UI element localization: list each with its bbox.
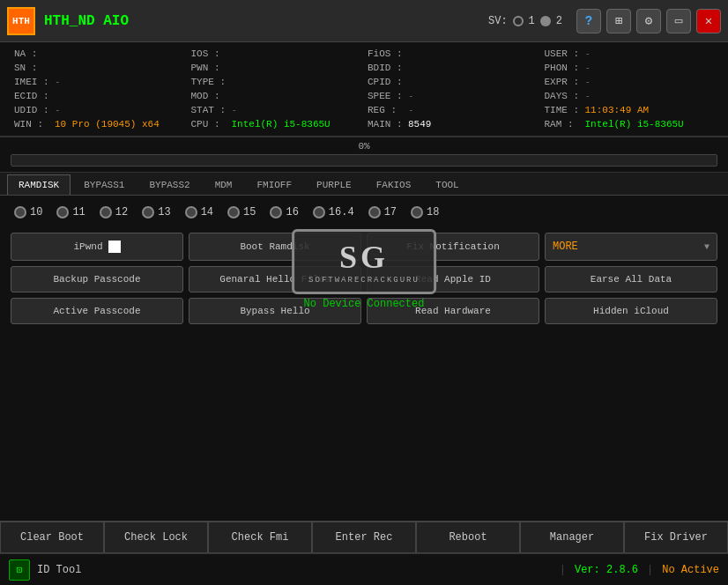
read-apple-id-button[interactable]: Read Apple ID [367, 266, 539, 292]
tab-mdm[interactable]: MDM [204, 174, 244, 195]
radio-10[interactable] [14, 206, 26, 218]
ios-label-14: 14 [201, 206, 213, 218]
read-hardware-button[interactable]: Read Hardware [367, 298, 539, 324]
check-fmi-button[interactable]: Check Fmi [208, 522, 312, 553]
tab-bypass1[interactable]: BYPASS1 [72, 174, 136, 195]
stat-value: - [232, 105, 238, 115]
reg-cell: REG : - [364, 104, 541, 116]
tabs-area: RAMDISK BYPASS1 BYPASS2 MDM FMIOFF PURPL… [0, 174, 728, 196]
close-button[interactable]: ✕ [696, 9, 721, 33]
ecid-cell: ECID : [11, 90, 188, 102]
bdid-label: BDID : [368, 63, 405, 73]
hidden-icloud-button[interactable]: Hidden iCloud [545, 298, 717, 324]
more-dropdown[interactable]: MORE ▼ [545, 233, 717, 261]
ios-option-14[interactable]: 14 [185, 206, 213, 218]
read-hardware-label: Read Hardware [415, 306, 491, 316]
backup-passcode-button[interactable]: Backup Passcode [11, 266, 183, 292]
radio-17[interactable] [368, 206, 381, 218]
manager-button[interactable]: Manager [520, 522, 624, 553]
type-label: TYPE : [191, 77, 228, 87]
ipwnd-button[interactable]: iPwnd [11, 233, 183, 261]
title-bar: HTH HTH_ND AIO SV: 1 2 ? ⊞ ⚙ ▭ ✕ [0, 0, 728, 42]
phon-label: PHON : [545, 63, 582, 73]
button-grid: iPwnd Boot Ramdisk Fix Notification MORE… [7, 229, 721, 328]
ios-option-10[interactable]: 10 [14, 206, 42, 218]
radio-13[interactable] [142, 206, 154, 218]
ios-option-16[interactable]: 16 [270, 206, 298, 218]
win-label: WIN : [14, 119, 51, 130]
app-title: HTH_ND AIO [44, 13, 488, 29]
phon-value: - [585, 63, 591, 73]
time-value: 11:03:49 AM [585, 105, 650, 115]
win-value: 10 Pro (19045) x64 [55, 119, 160, 130]
tab-ramdisk[interactable]: RAMDISK [7, 174, 71, 195]
ios-option-15[interactable]: 15 [227, 206, 256, 218]
radio-16[interactable] [270, 206, 282, 218]
read-apple-id-label: Read Apple ID [415, 274, 491, 285]
time-label: TIME : [545, 105, 582, 115]
ecid-label: ECID : [14, 91, 51, 101]
mod-label: MOD : [191, 91, 228, 101]
na-cell: NA : [11, 48, 188, 60]
monitor-button[interactable]: ▭ [666, 9, 691, 33]
radio-18[interactable] [411, 206, 423, 218]
info-panel: NA : IOS : FiOS : USER : - SN : PWN : [0, 42, 728, 137]
phon-cell: PHON : - [541, 62, 718, 74]
na-label: NA : [14, 48, 51, 59]
pwn-cell: PWN : [188, 62, 365, 74]
boot-ramdisk-button[interactable]: Boot Ramdisk [189, 233, 361, 261]
bypass-hello-button[interactable]: Bypass Hello [189, 298, 361, 324]
radio-164[interactable] [313, 206, 325, 218]
cpid-label: CPID : [368, 77, 405, 87]
tab-fmioff[interactable]: FMIOFF [245, 174, 303, 195]
user-cell: USER : - [541, 48, 718, 60]
reg-value: - [408, 105, 414, 115]
progress-label: 0% [11, 141, 717, 152]
settings-button[interactable]: ⚙ [636, 9, 661, 33]
ios-option-18[interactable]: 18 [411, 206, 439, 218]
tab-fakios[interactable]: FAKIOS [365, 174, 423, 195]
enter-rec-button[interactable]: Enter Rec [312, 522, 416, 553]
clear-boot-label: Clear Boot [20, 531, 84, 544]
active-passcode-button[interactable]: Active Passcode [11, 298, 183, 324]
ios-label-164: 16.4 [329, 206, 354, 218]
radio-14[interactable] [185, 206, 197, 218]
tab-purple[interactable]: PURPLE [305, 174, 363, 195]
general-hello-button[interactable]: Genaral Hello Files [189, 266, 361, 292]
hidden-icloud-label: Hidden iCloud [593, 306, 669, 316]
ios-label-12: 12 [115, 206, 128, 218]
app-logo: HTH [7, 7, 35, 35]
boot-ramdisk-label: Boot Ramdisk [240, 241, 309, 252]
ipwnd-icon [108, 241, 121, 253]
imei-cell: IMEI : - [11, 76, 188, 88]
ios-option-164[interactable]: 16.4 [313, 206, 354, 218]
ios-label-10: 10 [30, 206, 42, 218]
reg-label: REG : [368, 105, 405, 115]
radio-12[interactable] [100, 206, 112, 218]
tab-tool[interactable]: TOOL [424, 174, 470, 195]
reboot-label: Reboot [449, 531, 487, 544]
ios-label-17: 17 [384, 206, 397, 218]
windows-icon-button[interactable]: ⊞ [606, 9, 631, 33]
fios-label: FiOS : [368, 48, 405, 59]
ios-option-11[interactable]: 11 [56, 206, 85, 218]
fix-driver-button[interactable]: Fix Driver [624, 522, 728, 553]
help-button[interactable]: ? [576, 9, 601, 33]
reboot-button[interactable]: Reboot [416, 522, 520, 553]
udid-cell: UDID : - [11, 104, 188, 116]
status-icon: ⊡ [9, 559, 30, 581]
ios-option-17[interactable]: 17 [368, 206, 397, 218]
check-lock-button[interactable]: Check Lock [104, 522, 208, 553]
mod-cell: MOD : [188, 90, 365, 102]
ipwnd-label: iPwnd [73, 241, 102, 252]
spee-cell: SPEE : - [364, 90, 541, 102]
ios-option-12[interactable]: 12 [100, 206, 128, 218]
erase-all-data-button[interactable]: Earse All Data [545, 266, 717, 292]
clear-boot-button[interactable]: Clear Boot [0, 522, 104, 553]
tab-bypass2[interactable]: BYPASS2 [137, 174, 201, 195]
ios-option-13[interactable]: 13 [142, 206, 170, 218]
main-cell: MAIN : 8549 [364, 118, 541, 130]
radio-15[interactable] [227, 206, 240, 218]
fix-notification-button[interactable]: Fix Notification [367, 233, 539, 261]
radio-11[interactable] [56, 206, 69, 218]
